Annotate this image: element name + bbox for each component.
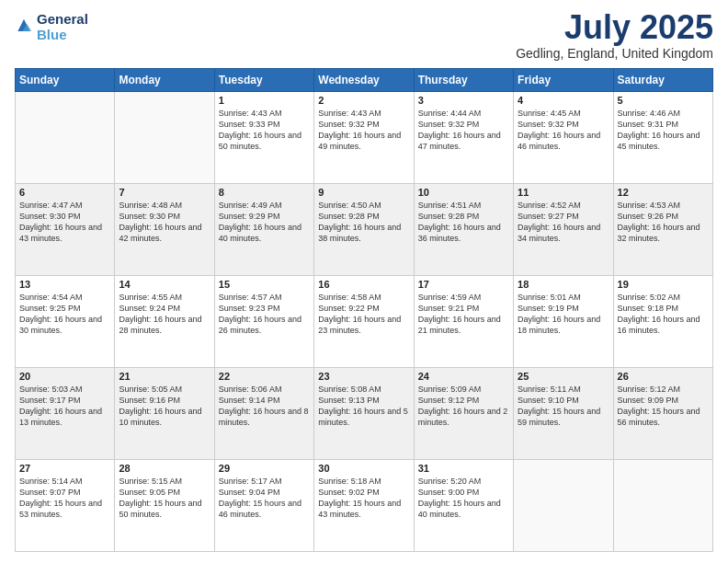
day-info: Sunrise: 4:57 AM Sunset: 9:23 PM Dayligh… (219, 292, 310, 337)
day-info: Sunrise: 4:58 AM Sunset: 9:22 PM Dayligh… (318, 292, 409, 337)
day-info: Sunrise: 4:43 AM Sunset: 9:32 PM Dayligh… (318, 108, 409, 153)
header-right: July 2025 Gedling, England, United Kingd… (516, 11, 713, 61)
calendar-cell (16, 92, 115, 184)
calendar-cell: 23Sunrise: 5:08 AM Sunset: 9:13 PM Dayli… (314, 368, 414, 460)
calendar-cell: 19Sunrise: 5:02 AM Sunset: 9:18 PM Dayli… (613, 276, 712, 368)
day-number: 25 (518, 371, 609, 382)
calendar-cell (613, 460, 712, 552)
calendar-cell: 16Sunrise: 4:58 AM Sunset: 9:22 PM Dayli… (314, 276, 414, 368)
calendar-cell: 28Sunrise: 5:15 AM Sunset: 9:05 PM Dayli… (115, 460, 214, 552)
day-number: 2 (318, 95, 409, 106)
day-info: Sunrise: 4:47 AM Sunset: 9:30 PM Dayligh… (19, 200, 110, 245)
day-info: Sunrise: 5:06 AM Sunset: 9:14 PM Dayligh… (219, 384, 310, 429)
day-info: Sunrise: 5:15 AM Sunset: 9:05 PM Dayligh… (119, 476, 210, 521)
day-header-friday: Friday (514, 69, 613, 92)
day-info: Sunrise: 4:50 AM Sunset: 9:28 PM Dayligh… (318, 200, 409, 245)
day-number: 22 (219, 371, 310, 382)
day-info: Sunrise: 4:51 AM Sunset: 9:28 PM Dayligh… (418, 200, 509, 245)
calendar-cell: 31Sunrise: 5:20 AM Sunset: 9:00 PM Dayli… (414, 460, 513, 552)
calendar-cell: 3Sunrise: 4:44 AM Sunset: 9:32 PM Daylig… (414, 92, 513, 184)
calendar-cell: 17Sunrise: 4:59 AM Sunset: 9:21 PM Dayli… (414, 276, 513, 368)
day-number: 11 (518, 187, 609, 198)
day-number: 3 (418, 95, 509, 106)
day-info: Sunrise: 4:55 AM Sunset: 9:24 PM Dayligh… (119, 292, 210, 337)
day-number: 4 (518, 95, 609, 106)
day-header-wednesday: Wednesday (314, 69, 414, 92)
day-info: Sunrise: 5:01 AM Sunset: 9:19 PM Dayligh… (518, 292, 609, 337)
calendar-page: General Blue July 2025 Gedling, England,… (0, 0, 728, 563)
calendar-cell: 29Sunrise: 5:17 AM Sunset: 9:04 PM Dayli… (214, 460, 313, 552)
day-number: 1 (219, 95, 310, 106)
calendar-cell: 27Sunrise: 5:14 AM Sunset: 9:07 PM Dayli… (16, 460, 115, 552)
calendar-cell: 5Sunrise: 4:46 AM Sunset: 9:31 PM Daylig… (613, 92, 712, 184)
day-number: 15 (219, 279, 310, 290)
logo-icon (15, 17, 33, 36)
day-number: 26 (618, 371, 709, 382)
day-info: Sunrise: 4:43 AM Sunset: 9:33 PM Dayligh… (219, 108, 310, 153)
calendar-cell: 15Sunrise: 4:57 AM Sunset: 9:23 PM Dayli… (214, 276, 313, 368)
day-info: Sunrise: 5:08 AM Sunset: 9:13 PM Dayligh… (318, 384, 409, 429)
day-info: Sunrise: 5:17 AM Sunset: 9:04 PM Dayligh… (219, 476, 310, 521)
day-info: Sunrise: 5:02 AM Sunset: 9:18 PM Dayligh… (618, 292, 709, 337)
day-number: 21 (119, 371, 210, 382)
day-info: Sunrise: 4:53 AM Sunset: 9:26 PM Dayligh… (618, 200, 709, 245)
calendar-cell (115, 92, 214, 184)
calendar-cell: 13Sunrise: 4:54 AM Sunset: 9:25 PM Dayli… (16, 276, 115, 368)
calendar-cell: 18Sunrise: 5:01 AM Sunset: 9:19 PM Dayli… (514, 276, 613, 368)
calendar-cell: 1Sunrise: 4:43 AM Sunset: 9:33 PM Daylig… (214, 92, 313, 184)
calendar-cell: 8Sunrise: 4:49 AM Sunset: 9:29 PM Daylig… (214, 184, 313, 276)
day-number: 31 (418, 463, 509, 474)
day-info: Sunrise: 5:14 AM Sunset: 9:07 PM Dayligh… (19, 476, 110, 521)
calendar-cell: 7Sunrise: 4:48 AM Sunset: 9:30 PM Daylig… (115, 184, 214, 276)
week-row-3: 13Sunrise: 4:54 AM Sunset: 9:25 PM Dayli… (16, 276, 713, 368)
calendar-cell: 2Sunrise: 4:43 AM Sunset: 9:32 PM Daylig… (314, 92, 414, 184)
day-info: Sunrise: 4:52 AM Sunset: 9:27 PM Dayligh… (518, 200, 609, 245)
day-info: Sunrise: 5:05 AM Sunset: 9:16 PM Dayligh… (119, 384, 210, 429)
day-info: Sunrise: 5:03 AM Sunset: 9:17 PM Dayligh… (19, 384, 110, 429)
calendar-cell: 21Sunrise: 5:05 AM Sunset: 9:16 PM Dayli… (115, 368, 214, 460)
day-info: Sunrise: 5:09 AM Sunset: 9:12 PM Dayligh… (418, 384, 509, 429)
calendar-cell: 26Sunrise: 5:12 AM Sunset: 9:09 PM Dayli… (613, 368, 712, 460)
day-header-thursday: Thursday (414, 69, 513, 92)
logo: General Blue (15, 11, 88, 42)
day-number: 16 (318, 279, 409, 290)
calendar-cell: 10Sunrise: 4:51 AM Sunset: 9:28 PM Dayli… (414, 184, 513, 276)
day-info: Sunrise: 4:59 AM Sunset: 9:21 PM Dayligh… (418, 292, 509, 337)
day-number: 18 (518, 279, 609, 290)
day-info: Sunrise: 5:20 AM Sunset: 9:00 PM Dayligh… (418, 476, 509, 521)
day-number: 28 (119, 463, 210, 474)
day-header-saturday: Saturday (613, 69, 712, 92)
calendar-cell: 11Sunrise: 4:52 AM Sunset: 9:27 PM Dayli… (514, 184, 613, 276)
day-info: Sunrise: 5:18 AM Sunset: 9:02 PM Dayligh… (318, 476, 409, 521)
day-number: 14 (119, 279, 210, 290)
day-number: 10 (418, 187, 509, 198)
week-row-2: 6Sunrise: 4:47 AM Sunset: 9:30 PM Daylig… (16, 184, 713, 276)
day-info: Sunrise: 4:48 AM Sunset: 9:30 PM Dayligh… (119, 200, 210, 245)
week-row-1: 1Sunrise: 4:43 AM Sunset: 9:33 PM Daylig… (16, 92, 713, 184)
day-info: Sunrise: 4:46 AM Sunset: 9:31 PM Dayligh… (618, 108, 709, 153)
calendar-table: SundayMondayTuesdayWednesdayThursdayFrid… (15, 68, 713, 552)
calendar-cell: 24Sunrise: 5:09 AM Sunset: 9:12 PM Dayli… (414, 368, 513, 460)
calendar-cell: 4Sunrise: 4:45 AM Sunset: 9:32 PM Daylig… (514, 92, 613, 184)
day-info: Sunrise: 5:12 AM Sunset: 9:09 PM Dayligh… (618, 384, 709, 429)
day-number: 7 (119, 187, 210, 198)
logo-text: General Blue (37, 11, 88, 42)
calendar-cell: 9Sunrise: 4:50 AM Sunset: 9:28 PM Daylig… (314, 184, 414, 276)
calendar-cell: 6Sunrise: 4:47 AM Sunset: 9:30 PM Daylig… (16, 184, 115, 276)
calendar-cell: 14Sunrise: 4:55 AM Sunset: 9:24 PM Dayli… (115, 276, 214, 368)
day-number: 19 (618, 279, 709, 290)
location: Gedling, England, United Kingdom (516, 46, 713, 61)
day-header-monday: Monday (115, 69, 214, 92)
day-number: 13 (19, 279, 110, 290)
day-info: Sunrise: 5:11 AM Sunset: 9:10 PM Dayligh… (518, 384, 609, 429)
day-info: Sunrise: 4:49 AM Sunset: 9:29 PM Dayligh… (219, 200, 310, 245)
calendar-cell: 25Sunrise: 5:11 AM Sunset: 9:10 PM Dayli… (514, 368, 613, 460)
day-number: 20 (19, 371, 110, 382)
day-header-sunday: Sunday (16, 69, 115, 92)
header: General Blue July 2025 Gedling, England,… (15, 11, 713, 61)
month-title: July 2025 (516, 11, 713, 44)
day-number: 8 (219, 187, 310, 198)
day-number: 9 (318, 187, 409, 198)
day-number: 12 (618, 187, 709, 198)
day-number: 29 (219, 463, 310, 474)
